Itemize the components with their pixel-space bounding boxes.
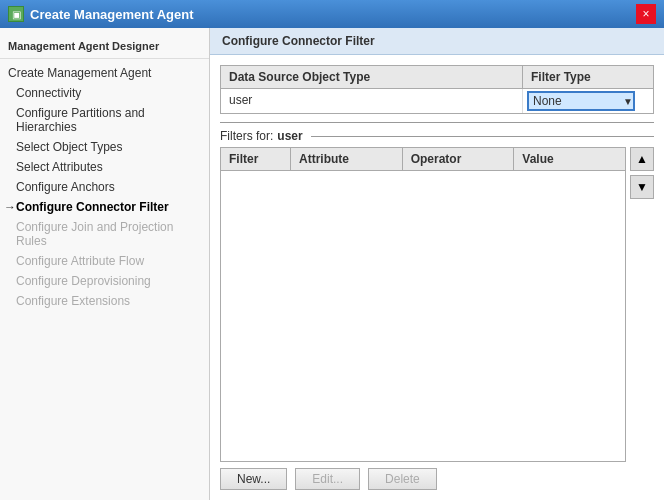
- title-bar: ▣ Create Management Agent ×: [0, 0, 664, 28]
- sidebar-item-configure-join-projection: Configure Join and Projection Rules: [0, 217, 209, 251]
- col-header-object-type: Data Source Object Type: [221, 66, 523, 88]
- sidebar: Management Agent Designer Create Managem…: [0, 28, 210, 500]
- filter-col-operator: Operator: [403, 148, 515, 170]
- data-source-table: Data Source Object Type Filter Type user…: [220, 65, 654, 114]
- sidebar-item-select-attributes[interactable]: Select Attributes: [0, 157, 209, 177]
- move-down-button[interactable]: ▼: [630, 175, 654, 199]
- content-area: Configure Connector Filter Data Source O…: [210, 28, 664, 500]
- filter-col-attribute: Attribute: [291, 148, 403, 170]
- new-button[interactable]: New...: [220, 468, 287, 490]
- col-header-filter-type: Filter Type: [523, 66, 653, 88]
- filters-section: Filters for: user Filter Attribute Opera…: [220, 122, 654, 490]
- filters-body: [221, 171, 625, 321]
- delete-button[interactable]: Delete: [368, 468, 437, 490]
- sidebar-item-create-management-agent[interactable]: Create Management Agent: [0, 63, 209, 83]
- sidebar-item-configure-connector-filter[interactable]: Configure Connector Filter: [0, 197, 209, 217]
- filter-type-cell[interactable]: NoneDeclaredRules Extension ▼: [523, 89, 653, 113]
- filters-for-value: user: [277, 129, 302, 143]
- close-button[interactable]: ×: [636, 4, 656, 24]
- sidebar-item-connectivity[interactable]: Connectivity: [0, 83, 209, 103]
- filters-label-text: Filters for:: [220, 129, 273, 143]
- content-header: Configure Connector Filter: [210, 28, 664, 55]
- sidebar-item-configure-partitions[interactable]: Configure Partitions and Hierarchies: [0, 103, 209, 137]
- sidebar-item-configure-extensions: Configure Extensions: [0, 291, 209, 311]
- sidebar-item-configure-anchors[interactable]: Configure Anchors: [0, 177, 209, 197]
- filters-table: Filter Attribute Operator Value: [220, 147, 626, 462]
- move-up-button[interactable]: ▲: [630, 147, 654, 171]
- edit-button[interactable]: Edit...: [295, 468, 360, 490]
- filter-col-filter: Filter: [221, 148, 291, 170]
- data-source-row: user NoneDeclaredRules Extension ▼: [221, 89, 653, 113]
- title-bar-title: Create Management Agent: [30, 7, 194, 22]
- title-bar-icon: ▣: [8, 6, 24, 22]
- object-type-cell: user: [221, 89, 523, 113]
- filter-type-select[interactable]: NoneDeclaredRules Extension: [527, 91, 635, 111]
- sidebar-item-configure-deprovisioning: Configure Deprovisioning: [0, 271, 209, 291]
- sidebar-header: Management Agent Designer: [0, 36, 209, 59]
- sidebar-item-select-object-types[interactable]: Select Object Types: [0, 137, 209, 157]
- sidebar-item-configure-attribute-flow: Configure Attribute Flow: [0, 251, 209, 271]
- filter-col-value: Value: [514, 148, 625, 170]
